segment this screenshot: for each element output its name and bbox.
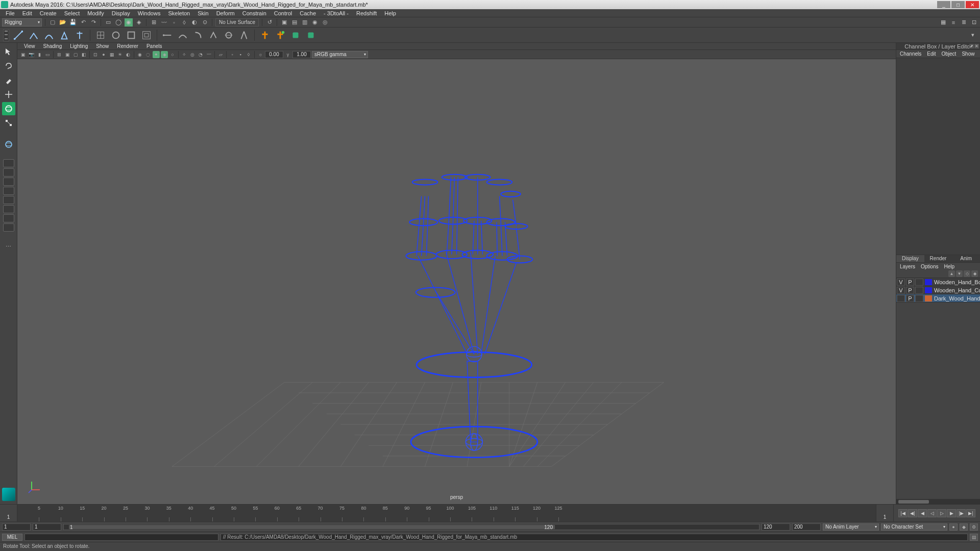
script-language-button[interactable]: MEL	[2, 534, 22, 541]
menu-deform[interactable]: Deform	[213, 10, 238, 17]
layer-type-toggle[interactable]	[915, 287, 923, 294]
constraint-point-icon[interactable]	[161, 29, 174, 41]
last-tool[interactable]	[2, 138, 15, 151]
menu--3dtoall-[interactable]: - 3DtoAll -	[320, 10, 352, 17]
render-settings-icon[interactable]: ▥	[301, 18, 309, 27]
viewport-3d[interactable]: persp	[17, 59, 896, 504]
vp-textured-icon[interactable]: ▦	[108, 51, 115, 58]
vp-image-plane-icon[interactable]: ▭	[44, 51, 51, 58]
play-forward-button[interactable]: ▷	[937, 509, 946, 517]
layout-two-h-icon[interactable]	[3, 178, 14, 186]
shelf-menu-icon[interactable]: ▾	[969, 31, 977, 39]
menu-cache[interactable]: Cache	[296, 10, 320, 17]
vp-isolate-icon[interactable]: ◉	[136, 51, 143, 58]
layout-single-icon[interactable]	[3, 159, 14, 167]
layer-menu-layers[interactable]: Layers	[897, 264, 918, 269]
layer-menu-options[interactable]: Options	[918, 264, 941, 269]
vpmenu-panels[interactable]: Panels	[143, 43, 166, 49]
undo-icon[interactable]: ↶	[79, 18, 87, 27]
menu-windows[interactable]: Windows	[134, 10, 164, 17]
layout-three-top-icon[interactable]	[3, 196, 14, 204]
layer-scroll[interactable]	[896, 499, 980, 504]
vp-resolution-gate-icon[interactable]: ▢	[72, 51, 79, 58]
skin-bind-icon[interactable]	[58, 29, 70, 41]
layer-vis-toggle[interactable]	[897, 295, 905, 302]
lattice-icon[interactable]	[94, 29, 107, 41]
layer-move-down-icon[interactable]: ▼	[956, 270, 963, 277]
wrap-icon[interactable]	[140, 29, 153, 41]
layer-vis-toggle[interactable]: V	[897, 279, 905, 286]
command-input[interactable]	[24, 534, 218, 541]
ik-spline-icon[interactable]	[43, 29, 55, 41]
new-scene-icon[interactable]: ▢	[48, 18, 57, 27]
constraint-parent-icon[interactable]	[207, 29, 219, 41]
menu-create[interactable]: Create	[36, 10, 60, 17]
layer-row[interactable]: VPWooden_Hand_Contr	[896, 286, 980, 294]
range-vis-start-field[interactable]: 1	[33, 523, 61, 531]
panel-close-icon[interactable]: ✕	[974, 44, 979, 48]
set-key-icon[interactable]: ◆	[960, 523, 968, 531]
vp-camera-icon[interactable]: 📷	[28, 51, 35, 58]
vp-exposure-icon[interactable]: ☼	[257, 51, 264, 58]
layer-row[interactable]: PDark_Wood_Hand_Rig	[896, 294, 980, 303]
save-scene-icon[interactable]: 💾	[69, 18, 77, 27]
hypershade-icon[interactable]: ◉	[311, 18, 319, 27]
vp-xray-joints-icon[interactable]: ✦	[153, 51, 160, 58]
vp-gamma-field[interactable]: 1.00	[292, 51, 311, 58]
layer-color-swatch[interactable]	[925, 295, 932, 302]
layer-tab-render[interactable]: Render	[924, 255, 952, 262]
cb-menu-show[interactable]: Show	[959, 51, 977, 57]
skeleton-icon[interactable]	[74, 29, 86, 41]
vpmenu-lighting[interactable]: Lighting	[66, 43, 91, 49]
layout-three-left-icon[interactable]	[3, 205, 14, 213]
extra-tool-2-icon[interactable]	[305, 29, 317, 41]
snap-curve-icon[interactable]: 〰	[160, 18, 168, 27]
go-to-end-button[interactable]: ▶|	[966, 509, 975, 517]
panel-undock-icon[interactable]: ⬈	[969, 44, 974, 48]
minimize-button[interactable]: _	[937, 1, 950, 8]
layer-vis-toggle[interactable]: V	[897, 287, 905, 294]
ipr-render-icon[interactable]: ▤	[290, 18, 299, 27]
snap-surface-icon[interactable]: ◐	[190, 18, 199, 27]
range-vis-end-field[interactable]: 120	[762, 523, 790, 531]
step-forward-key-button[interactable]: |▶	[957, 509, 966, 517]
menu-modify[interactable]: Modify	[84, 10, 107, 17]
vp-gamma-icon[interactable]: γ	[284, 51, 291, 58]
select-mode-icon[interactable]: ▭	[104, 18, 112, 27]
hik-edit-icon[interactable]	[274, 29, 286, 41]
cb-menu-channels[interactable]: Channels	[897, 51, 924, 57]
step-forward-button[interactable]: ▶	[947, 509, 956, 517]
snap-grid-icon[interactable]: ⊞	[150, 18, 158, 27]
play-back-button[interactable]: ◁	[927, 509, 937, 517]
layer-row[interactable]: VPWooden_Hand_Bones	[896, 278, 980, 286]
render-view-icon[interactable]: ◎	[321, 18, 329, 27]
lasso-tool[interactable]	[2, 59, 15, 72]
paint-select-tool[interactable]	[2, 73, 15, 87]
layer-new-empty-icon[interactable]: ◇	[964, 270, 970, 277]
anim-prefs-icon[interactable]: ⚙	[970, 523, 978, 531]
layout-two-v-icon[interactable]	[3, 187, 14, 195]
panel-layout-3-icon[interactable]: ≣	[960, 18, 968, 27]
vp-motion-blur-icon[interactable]: 〰	[205, 51, 212, 58]
layout-four-icon[interactable]	[3, 168, 14, 177]
vp-film-gate-icon[interactable]: ▣	[64, 51, 71, 58]
panel-layout-1-icon[interactable]: ▦	[939, 18, 947, 27]
vp-smooth-shade-icon[interactable]: ●	[100, 51, 107, 58]
vp-xray-active-icon[interactable]: ◈	[161, 51, 168, 58]
layer-new-selected-icon[interactable]: ◆	[971, 270, 978, 277]
joint-tool-icon[interactable]	[12, 29, 24, 41]
layer-move-up-icon[interactable]: ▲	[948, 270, 955, 277]
menu-select[interactable]: Select	[61, 10, 84, 17]
shelf-tabs-toggle[interactable]	[3, 29, 9, 41]
cb-menu-object[interactable]: Object	[939, 51, 959, 57]
menu-edit[interactable]: Edit	[19, 10, 36, 17]
go-to-start-button[interactable]: |◀	[898, 509, 908, 517]
cb-menu-edit[interactable]: Edit	[924, 51, 938, 57]
vp-dof-icon[interactable]: ◊	[245, 51, 252, 58]
script-editor-icon[interactable]: ▤	[970, 534, 978, 541]
timeline-ticks[interactable]: 5101520253035404550556065707580859095100…	[17, 505, 876, 521]
close-button[interactable]: ✕	[966, 1, 979, 8]
step-back-button[interactable]: ◀	[918, 509, 927, 517]
vpmenu-shading[interactable]: Shading	[40, 43, 66, 49]
vp-depth-icon[interactable]: ▱	[217, 51, 224, 58]
